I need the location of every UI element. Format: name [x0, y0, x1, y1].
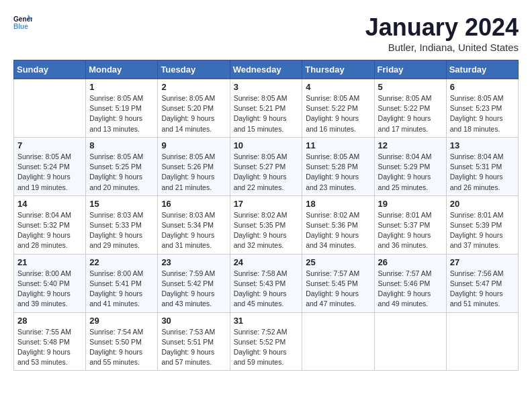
day-number: 26 [378, 257, 443, 267]
weekday-header-saturday: Saturday [446, 60, 518, 79]
day-info: Sunrise: 8:01 AMSunset: 5:37 PMDaylight:… [378, 210, 443, 251]
day-info: Sunrise: 8:02 AMSunset: 5:35 PMDaylight:… [234, 210, 299, 251]
day-number: 27 [450, 257, 515, 267]
day-info: Sunrise: 8:05 AMSunset: 5:25 PMDaylight:… [89, 152, 154, 193]
day-info: Sunrise: 7:54 AMSunset: 5:50 PMDaylight:… [89, 327, 154, 368]
day-cell: 25Sunrise: 7:57 AMSunset: 5:45 PMDayligh… [302, 254, 374, 312]
day-number: 5 [378, 82, 443, 92]
day-number: 21 [17, 257, 82, 267]
day-number: 17 [234, 199, 299, 209]
day-cell: 28Sunrise: 7:55 AMSunset: 5:48 PMDayligh… [14, 312, 86, 371]
day-info: Sunrise: 8:05 AMSunset: 5:28 PMDaylight:… [306, 152, 370, 193]
day-cell: 31Sunrise: 7:52 AMSunset: 5:52 PMDayligh… [230, 312, 302, 371]
logo-icon: General Blue [13, 13, 32, 32]
week-row-2: 7Sunrise: 8:05 AMSunset: 5:24 PMDaylight… [14, 137, 519, 195]
day-cell: 19Sunrise: 8:01 AMSunset: 5:37 PMDayligh… [374, 195, 446, 254]
weekday-header-wednesday: Wednesday [230, 60, 302, 79]
week-row-1: 1Sunrise: 8:05 AMSunset: 5:19 PMDaylight… [14, 79, 519, 138]
day-cell: 20Sunrise: 8:01 AMSunset: 5:39 PMDayligh… [446, 195, 518, 254]
day-cell: 8Sunrise: 8:05 AMSunset: 5:25 PMDaylight… [86, 137, 158, 195]
day-cell [302, 312, 374, 371]
day-number: 9 [161, 140, 226, 150]
day-info: Sunrise: 8:05 AMSunset: 5:24 PMDaylight:… [17, 152, 82, 193]
day-info: Sunrise: 7:57 AMSunset: 5:46 PMDaylight:… [378, 269, 443, 310]
day-number: 4 [306, 82, 370, 92]
day-cell: 2Sunrise: 8:05 AMSunset: 5:20 PMDaylight… [158, 79, 230, 138]
day-number: 11 [306, 140, 370, 150]
day-cell: 18Sunrise: 8:02 AMSunset: 5:36 PMDayligh… [302, 195, 374, 254]
day-cell: 11Sunrise: 8:05 AMSunset: 5:28 PMDayligh… [302, 137, 374, 195]
day-cell: 10Sunrise: 8:05 AMSunset: 5:27 PMDayligh… [230, 137, 302, 195]
day-number: 23 [161, 257, 226, 267]
day-cell [374, 312, 446, 371]
day-cell: 23Sunrise: 7:59 AMSunset: 5:42 PMDayligh… [158, 254, 230, 312]
day-info: Sunrise: 8:05 AMSunset: 5:22 PMDaylight:… [378, 93, 443, 134]
day-cell: 21Sunrise: 8:00 AMSunset: 5:40 PMDayligh… [14, 254, 86, 312]
day-number: 31 [234, 316, 299, 326]
day-info: Sunrise: 7:57 AMSunset: 5:45 PMDaylight:… [306, 269, 370, 310]
day-number: 15 [89, 199, 154, 209]
week-row-4: 21Sunrise: 8:00 AMSunset: 5:40 PMDayligh… [14, 254, 519, 312]
day-cell: 12Sunrise: 8:04 AMSunset: 5:29 PMDayligh… [374, 137, 446, 195]
day-info: Sunrise: 7:55 AMSunset: 5:48 PMDaylight:… [17, 327, 82, 368]
day-number: 25 [306, 257, 370, 267]
day-cell: 15Sunrise: 8:03 AMSunset: 5:33 PMDayligh… [86, 195, 158, 254]
day-info: Sunrise: 8:03 AMSunset: 5:34 PMDaylight:… [161, 210, 226, 251]
day-cell: 14Sunrise: 8:04 AMSunset: 5:32 PMDayligh… [14, 195, 86, 254]
week-row-3: 14Sunrise: 8:04 AMSunset: 5:32 PMDayligh… [14, 195, 519, 254]
day-info: Sunrise: 8:05 AMSunset: 5:23 PMDaylight:… [450, 93, 515, 134]
title-area: January 2024 Butler, Indiana, United Sta… [365, 13, 519, 53]
day-number: 8 [89, 140, 154, 150]
day-info: Sunrise: 8:04 AMSunset: 5:31 PMDaylight:… [450, 152, 515, 193]
weekday-header-tuesday: Tuesday [158, 60, 230, 79]
day-cell: 4Sunrise: 8:05 AMSunset: 5:22 PMDaylight… [302, 79, 374, 138]
weekday-header-friday: Friday [374, 60, 446, 79]
day-info: Sunrise: 7:58 AMSunset: 5:43 PMDaylight:… [234, 269, 299, 310]
day-info: Sunrise: 8:04 AMSunset: 5:32 PMDaylight:… [17, 210, 82, 251]
day-info: Sunrise: 8:00 AMSunset: 5:40 PMDaylight:… [17, 269, 82, 310]
day-info: Sunrise: 8:05 AMSunset: 5:26 PMDaylight:… [161, 152, 226, 193]
day-cell: 27Sunrise: 7:56 AMSunset: 5:47 PMDayligh… [446, 254, 518, 312]
day-number: 18 [306, 199, 370, 209]
day-number: 2 [161, 82, 226, 92]
day-number: 14 [17, 199, 82, 209]
day-cell: 16Sunrise: 8:03 AMSunset: 5:34 PMDayligh… [158, 195, 230, 254]
day-cell: 30Sunrise: 7:53 AMSunset: 5:51 PMDayligh… [158, 312, 230, 371]
weekday-header-thursday: Thursday [302, 60, 374, 79]
day-cell: 22Sunrise: 8:00 AMSunset: 5:41 PMDayligh… [86, 254, 158, 312]
month-title: January 2024 [365, 13, 519, 42]
day-info: Sunrise: 8:05 AMSunset: 5:21 PMDaylight:… [234, 93, 299, 134]
day-number: 6 [450, 82, 515, 92]
day-number: 13 [450, 140, 515, 150]
weekday-header-sunday: Sunday [14, 60, 86, 79]
day-cell: 7Sunrise: 8:05 AMSunset: 5:24 PMDaylight… [14, 137, 86, 195]
day-cell: 5Sunrise: 8:05 AMSunset: 5:22 PMDaylight… [374, 79, 446, 138]
day-cell: 17Sunrise: 8:02 AMSunset: 5:35 PMDayligh… [230, 195, 302, 254]
day-cell: 6Sunrise: 8:05 AMSunset: 5:23 PMDaylight… [446, 79, 518, 138]
day-info: Sunrise: 7:56 AMSunset: 5:47 PMDaylight:… [450, 269, 515, 310]
day-cell: 1Sunrise: 8:05 AMSunset: 5:19 PMDaylight… [86, 79, 158, 138]
location: Butler, Indiana, United States [365, 42, 519, 53]
day-info: Sunrise: 8:05 AMSunset: 5:20 PMDaylight:… [161, 93, 226, 134]
week-row-5: 28Sunrise: 7:55 AMSunset: 5:48 PMDayligh… [14, 312, 519, 371]
day-info: Sunrise: 7:52 AMSunset: 5:52 PMDaylight:… [234, 327, 299, 368]
day-cell: 24Sunrise: 7:58 AMSunset: 5:43 PMDayligh… [230, 254, 302, 312]
day-info: Sunrise: 7:59 AMSunset: 5:42 PMDaylight:… [161, 269, 226, 310]
day-cell: 26Sunrise: 7:57 AMSunset: 5:46 PMDayligh… [374, 254, 446, 312]
day-info: Sunrise: 8:05 AMSunset: 5:27 PMDaylight:… [234, 152, 299, 193]
weekday-header-row: SundayMondayTuesdayWednesdayThursdayFrid… [14, 60, 519, 79]
header: General Blue January 2024 Butler, Indian… [13, 13, 519, 53]
day-cell: 29Sunrise: 7:54 AMSunset: 5:50 PMDayligh… [86, 312, 158, 371]
day-info: Sunrise: 8:05 AMSunset: 5:22 PMDaylight:… [306, 93, 370, 134]
day-number: 7 [17, 140, 82, 150]
calendar: SundayMondayTuesdayWednesdayThursdayFrid… [13, 60, 519, 371]
day-number: 16 [161, 199, 226, 209]
day-number: 3 [234, 82, 299, 92]
day-info: Sunrise: 8:05 AMSunset: 5:19 PMDaylight:… [89, 93, 154, 134]
day-number: 12 [378, 140, 443, 150]
day-info: Sunrise: 8:01 AMSunset: 5:39 PMDaylight:… [450, 210, 515, 251]
day-info: Sunrise: 8:03 AMSunset: 5:33 PMDaylight:… [89, 210, 154, 251]
day-number: 24 [234, 257, 299, 267]
weekday-header-monday: Monday [86, 60, 158, 79]
day-info: Sunrise: 8:00 AMSunset: 5:41 PMDaylight:… [89, 269, 154, 310]
